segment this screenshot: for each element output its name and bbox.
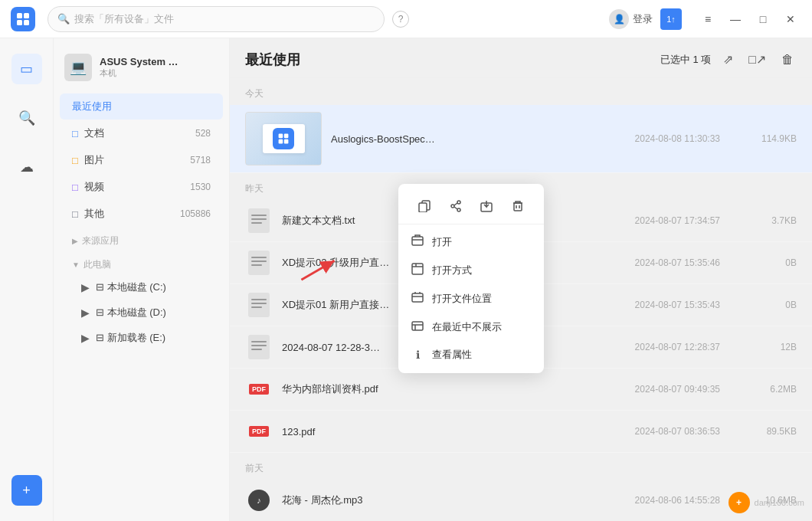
nav-recent[interactable]: 最近使用 bbox=[60, 93, 223, 120]
file-item[interactable]: ♪ 花海 - 周杰伦.mp3 2024-08-06 14:55:28 10.6M… bbox=[230, 480, 812, 521]
svg-rect-12 bbox=[248, 251, 270, 275]
ctx-item-open-with[interactable]: 打开方式 bbox=[398, 256, 544, 284]
ctx-icon-share[interactable] bbox=[444, 195, 467, 218]
watermark: + danji100.com bbox=[729, 492, 804, 513]
file-item[interactable]: PDF 华为内部培训资料.pdf 2024-08-07 09:49:35 6.2… bbox=[230, 369, 812, 411]
svg-rect-15 bbox=[251, 264, 262, 266]
delete-icon[interactable]: 🗑 bbox=[778, 50, 797, 70]
ctx-icon-delete[interactable] bbox=[506, 195, 529, 218]
nav-this-pc[interactable]: ▼ 此电脑 bbox=[60, 254, 223, 274]
file-item[interactable]: Auslogics-BoostSpec… 2024-08-08 11:30:33… bbox=[230, 105, 812, 173]
file-icon-pdf: PDF bbox=[245, 418, 273, 445]
file-date: 2024-08-06 14:55:28 bbox=[635, 495, 720, 506]
svg-rect-7 bbox=[284, 139, 289, 144]
menu-button[interactable]: ≡ bbox=[697, 8, 719, 30]
svg-rect-14 bbox=[251, 260, 267, 262]
disk-d-icon: ▶ bbox=[81, 306, 90, 319]
nav-recent-label: 最近使用 bbox=[72, 100, 112, 113]
nav-videos-label: 视频 bbox=[84, 180, 104, 194]
ctx-item-hide-recent[interactable]: 在最近中不展示 bbox=[398, 313, 544, 341]
nav-videos-icon: □ bbox=[72, 182, 78, 193]
nav-disk-e[interactable]: ▶ ⊟ 新加载卷 (E:) bbox=[60, 326, 223, 350]
nav-docs-count: 528 bbox=[195, 128, 211, 139]
device-subtitle: 本机 bbox=[100, 67, 178, 79]
file-item[interactable]: PDF 123.pdf 2024-08-07 08:36:53 89.5KB bbox=[230, 411, 812, 453]
nav-this-pc-label: 此电脑 bbox=[83, 258, 111, 271]
svg-rect-3 bbox=[24, 20, 29, 25]
nav-disk-d[interactable]: ▶ ⊟ 本地磁盘 (D:) bbox=[60, 300, 223, 325]
nav-other-icon: □ bbox=[72, 208, 78, 220]
left-panel: 💻 ASUS System … 本机 最近使用 □ 文档 528 □ 图片 57… bbox=[54, 38, 230, 521]
file-icon-txt bbox=[245, 207, 273, 234]
export-icon[interactable]: □↗ bbox=[745, 49, 769, 70]
context-menu-top-icons bbox=[398, 188, 544, 224]
nav-images[interactable]: □ 图片 5718 bbox=[60, 147, 223, 173]
maximize-button[interactable]: □ bbox=[752, 8, 774, 30]
nav-other[interactable]: □ 其他 105886 bbox=[60, 201, 223, 227]
open-with-icon bbox=[411, 263, 424, 277]
svg-line-29 bbox=[454, 203, 457, 205]
titlebar: 🔍 搜索「所有设备」文件 ? 👤 登录 1↑ ≡ — □ ✕ bbox=[0, 0, 812, 38]
svg-rect-25 bbox=[419, 203, 427, 212]
ctx-open-location-label: 打开文件位置 bbox=[432, 292, 492, 306]
file-name: 花海 - 周杰伦.mp3 bbox=[282, 493, 635, 507]
nav-source-app[interactable]: ▶ 来源应用 bbox=[60, 230, 223, 251]
ctx-item-open[interactable]: 打开 bbox=[398, 228, 544, 256]
nav-disk-c[interactable]: ▶ ⊟ 本地磁盘 (C:) bbox=[60, 275, 223, 300]
file-date: 2024-08-07 09:49:35 bbox=[635, 384, 720, 395]
ctx-open-label: 打开 bbox=[432, 235, 452, 249]
nav-other-count: 105886 bbox=[180, 208, 211, 219]
context-menu: 打开 打开方式 打开文件位置 bbox=[398, 184, 544, 373]
user-avatar-icon: 👤 bbox=[609, 9, 629, 29]
file-icon-txt bbox=[245, 333, 273, 361]
svg-rect-18 bbox=[251, 303, 267, 304]
ctx-hide-recent-label: 在最近中不展示 bbox=[432, 320, 502, 334]
login-button[interactable]: 👤 登录 bbox=[609, 9, 653, 29]
app-logo-icon bbox=[11, 7, 35, 31]
minimize-button[interactable]: — bbox=[725, 8, 746, 30]
sidebar-icon-search[interactable]: 🔍 bbox=[11, 103, 42, 133]
ctx-icon-copy[interactable] bbox=[413, 195, 436, 218]
svg-rect-36 bbox=[412, 264, 423, 274]
file-icon-txt bbox=[245, 291, 273, 319]
disk-c-icon: ▶ bbox=[81, 281, 90, 293]
file-name: 华为内部培训资料.pdf bbox=[282, 382, 635, 396]
svg-rect-19 bbox=[251, 306, 262, 308]
content-header: 最近使用 已选中 1 项 ⇗ □↗ 🗑 bbox=[230, 38, 812, 78]
login-label: 登录 bbox=[633, 12, 653, 26]
device-icon: 💻 bbox=[64, 54, 92, 81]
file-icon-txt bbox=[245, 249, 273, 277]
close-button[interactable]: ✕ bbox=[780, 8, 801, 30]
chevron-right-icon: ▶ bbox=[72, 237, 78, 245]
nav-videos[interactable]: □ 视频 1530 bbox=[60, 174, 223, 200]
svg-rect-2 bbox=[17, 20, 22, 25]
file-date: 2024-08-07 08:36:53 bbox=[635, 426, 720, 437]
titlebar-right: 👤 登录 1↑ ≡ — □ ✕ bbox=[609, 8, 801, 30]
svg-rect-21 bbox=[251, 341, 267, 342]
share-icon[interactable]: ⇗ bbox=[720, 49, 736, 70]
ctx-item-open-location[interactable]: 打开文件位置 bbox=[398, 284, 544, 313]
sidebar-icon-add[interactable]: + bbox=[11, 475, 42, 506]
sidebar-icon-panel: ▭ 🔍 ☁ + bbox=[0, 38, 54, 521]
sidebar-icon-cloud[interactable]: ☁ bbox=[11, 152, 42, 182]
file-date: 2024-08-07 15:35:46 bbox=[635, 257, 720, 268]
file-size: 0B bbox=[743, 300, 797, 310]
svg-rect-9 bbox=[251, 215, 267, 216]
file-size: 89.5KB bbox=[743, 426, 797, 437]
ctx-item-properties[interactable]: ℹ 查看属性 bbox=[398, 341, 544, 369]
help-icon[interactable]: ? bbox=[392, 11, 409, 28]
ctx-properties-label: 查看属性 bbox=[432, 348, 472, 362]
ctx-icon-export[interactable] bbox=[475, 195, 498, 218]
properties-icon: ℹ bbox=[411, 349, 424, 361]
svg-rect-1 bbox=[24, 13, 29, 18]
file-size: 12B bbox=[743, 342, 797, 352]
ctx-open-with-label: 打开方式 bbox=[432, 264, 472, 277]
open-icon bbox=[411, 234, 424, 249]
search-bar[interactable]: 🔍 搜索「所有设备」文件 bbox=[47, 6, 385, 32]
device-name: ASUS System … bbox=[100, 56, 178, 67]
open-location-icon bbox=[411, 291, 424, 306]
svg-rect-0 bbox=[17, 13, 22, 18]
sidebar-icon-desktop[interactable]: ▭ bbox=[11, 54, 42, 84]
sync-icon[interactable]: 1↑ bbox=[660, 8, 682, 30]
nav-docs[interactable]: □ 文档 528 bbox=[60, 120, 223, 146]
